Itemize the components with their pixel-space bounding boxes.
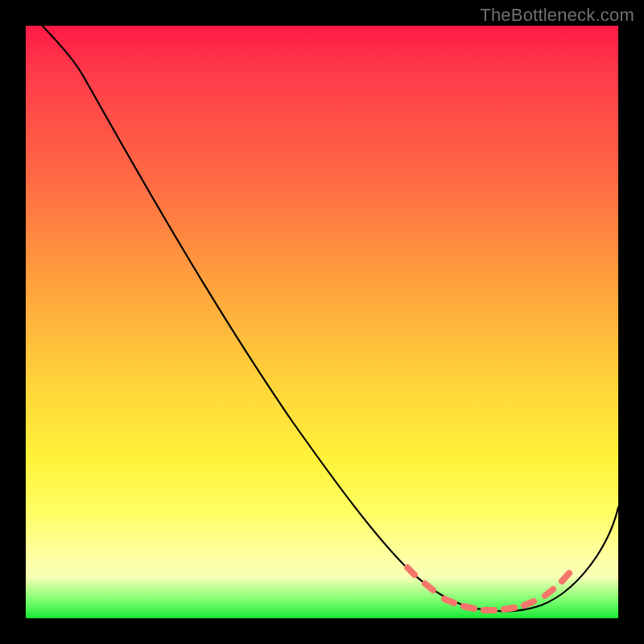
chart-frame: TheBottleneck.com [0,0,644,644]
watermark-text: TheBottleneck.com [480,5,634,26]
bottleneck-curve [26,8,618,611]
curve-svg [26,26,618,618]
plot-area [26,26,618,618]
